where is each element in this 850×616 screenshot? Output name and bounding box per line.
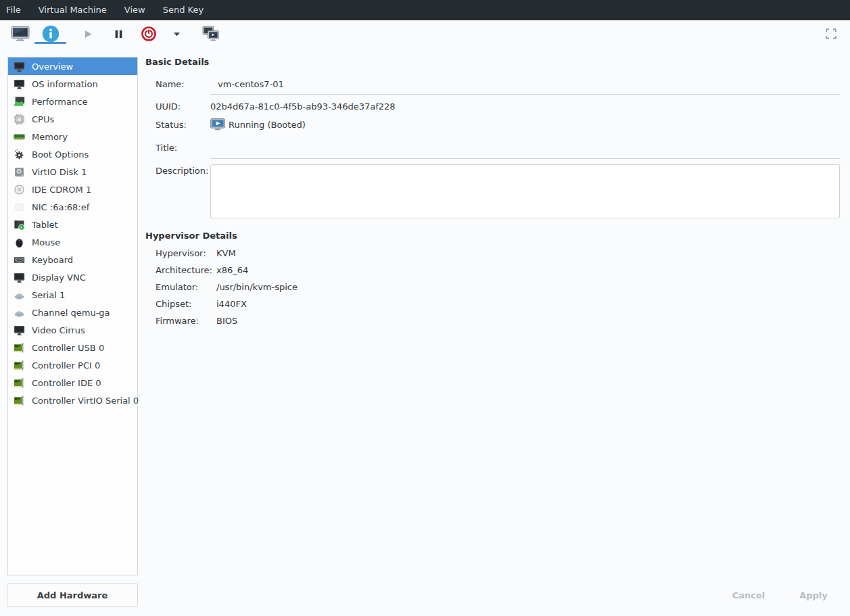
sidebar-item-label: OS information (32, 79, 98, 89)
sidebar-item-label: Tablet (32, 220, 58, 230)
sidebar-item-display-vnc[interactable]: Display VNC (8, 268, 137, 286)
running-status-icon (210, 118, 225, 131)
sidebar-item-label: Overview (32, 62, 73, 72)
menu-view[interactable]: View (116, 0, 154, 20)
sidebar-item-label: Controller IDE 0 (32, 378, 101, 388)
chipset-value: i440FX (216, 299, 247, 309)
hypervisor-details-title: Hypervisor Details (145, 231, 237, 241)
memory-icon (14, 131, 25, 143)
tablet-icon (14, 219, 25, 231)
cdrom-icon (14, 184, 25, 195)
sidebar-item-nic[interactable]: NIC :6a:68:ef (8, 198, 137, 216)
sidebar-item-label: Controller VirtIO Serial 0 (32, 396, 139, 406)
sidebar-item-tablet[interactable]: Tablet (8, 216, 137, 233)
snapshots-button[interactable] (199, 20, 222, 47)
sidebar-item-memory[interactable]: Memory (8, 128, 137, 145)
sidebar-item-label: Display VNC (32, 273, 86, 283)
chipset-label: Chipset: (156, 299, 191, 309)
menu-virtual-machine[interactable]: Virtual Machine (30, 0, 116, 20)
disk-icon (14, 166, 25, 178)
display-icon (14, 272, 25, 283)
monitor-icon (14, 78, 25, 90)
pause-button[interactable] (108, 20, 129, 47)
description-label: Description: (156, 166, 208, 176)
status-value: Running (Booted) (229, 120, 306, 130)
sidebar-item-label: Memory (32, 132, 68, 142)
sidebar-item-controller-virtio-serial-0[interactable]: Controller VirtIO Serial 0 (8, 392, 137, 409)
sidebar-item-label: Performance (32, 97, 87, 107)
controller-card-icon (14, 360, 25, 371)
sidebar-item-label: Video Cirrus (32, 325, 85, 335)
console-button[interactable] (9, 20, 32, 47)
sidebar-item-label: IDE CDROM 1 (32, 185, 91, 195)
details-active-indicator (34, 42, 66, 44)
sidebar-item-controller-usb-0[interactable]: Controller USB 0 (8, 339, 137, 356)
sidebar-item-label: Channel qemu-ga (32, 308, 110, 318)
sidebar-item-cpus[interactable]: CPUs (8, 110, 137, 128)
uuid-value: 02b4d67a-81c0-4f5b-ab93-346de37af228 (210, 101, 396, 112)
description-textarea[interactable] (210, 164, 840, 218)
sidebar-item-label: NIC :6a:68:ef (32, 202, 89, 212)
sidebar-item-channel-qemu-ga[interactable]: Channel qemu-ga (8, 304, 137, 321)
vm-details-window: File Virtual Machine View Send Key Overv… (0, 0, 850, 616)
sidebar-item-label: Mouse (32, 237, 60, 247)
title-label: Title: (156, 143, 177, 153)
hypervisor-label: Hypervisor: (156, 248, 206, 258)
sidebar-item-virtio-disk-1[interactable]: VirtIO Disk 1 (8, 163, 137, 181)
run-button[interactable] (77, 20, 99, 47)
menu-file[interactable]: File (0, 0, 30, 20)
gear-icon (14, 149, 25, 160)
name-label: Name: (156, 79, 185, 89)
sidebar-item-performance[interactable]: Performance (8, 93, 137, 110)
sidebar-item-os-information[interactable]: OS information (8, 75, 137, 93)
shutdown-menu-button[interactable] (170, 20, 183, 47)
serial-port-icon (14, 289, 25, 301)
fullscreen-button[interactable] (820, 20, 842, 47)
display-icon (14, 325, 25, 336)
apply-button[interactable]: Apply (783, 586, 844, 605)
keyboard-icon (14, 254, 25, 266)
shutdown-button[interactable] (138, 20, 160, 47)
menubar: File Virtual Machine View Send Key (0, 0, 850, 20)
emulator-label: Emulator: (156, 282, 198, 292)
sidebar-item-keyboard[interactable]: Keyboard (8, 251, 137, 268)
sidebar-item-label: Controller PCI 0 (32, 360, 100, 371)
mouse-icon (14, 237, 25, 248)
cancel-button[interactable]: Cancel (718, 586, 779, 605)
hardware-list: Overview OS information Performance CPUs… (7, 57, 138, 575)
sidebar-item-label: VirtIO Disk 1 (32, 167, 87, 177)
snapshots-icon (202, 26, 220, 42)
firmware-label: Firmware: (156, 316, 199, 326)
sidebar-item-label: CPUs (32, 114, 54, 124)
sidebar-item-label: Serial 1 (32, 290, 65, 300)
sidebar-item-serial-1[interactable]: Serial 1 (8, 286, 137, 304)
sidebar-item-ide-cdrom-1[interactable]: IDE CDROM 1 (8, 181, 137, 198)
emulator-value: /usr/bin/kvm-spice (216, 282, 298, 292)
menu-send-key[interactable]: Send Key (154, 0, 212, 20)
basic-details-title: Basic Details (145, 57, 209, 67)
name-input[interactable] (210, 76, 840, 95)
play-icon (83, 29, 93, 39)
sidebar-item-controller-ide-0[interactable]: Controller IDE 0 (8, 374, 137, 392)
pause-icon (114, 29, 124, 39)
shutdown-power-icon (141, 26, 156, 41)
serial-port-icon (14, 307, 25, 318)
sidebar-item-boot-options[interactable]: Boot Options (8, 145, 137, 163)
add-hardware-button[interactable]: Add Hardware (7, 583, 138, 607)
sidebar-item-label: Controller USB 0 (32, 343, 104, 353)
sidebar-item-video-cirrus[interactable]: Video Cirrus (8, 321, 137, 339)
controller-card-icon (14, 377, 25, 389)
sidebar-item-label: Boot Options (32, 149, 89, 160)
architecture-value: x86_64 (216, 265, 248, 275)
chevron-down-icon (173, 32, 181, 37)
sidebar-item-controller-pci-0[interactable]: Controller PCI 0 (8, 356, 137, 374)
nic-icon (14, 202, 25, 213)
title-input[interactable] (210, 140, 840, 159)
sidebar-item-mouse[interactable]: Mouse (8, 233, 137, 251)
sidebar-item-overview[interactable]: Overview (8, 57, 137, 75)
fullscreen-icon (826, 28, 836, 39)
controller-card-icon (14, 395, 25, 406)
info-icon (42, 25, 60, 43)
status-label: Status: (156, 120, 187, 130)
uuid-label: UUID: (156, 101, 181, 112)
